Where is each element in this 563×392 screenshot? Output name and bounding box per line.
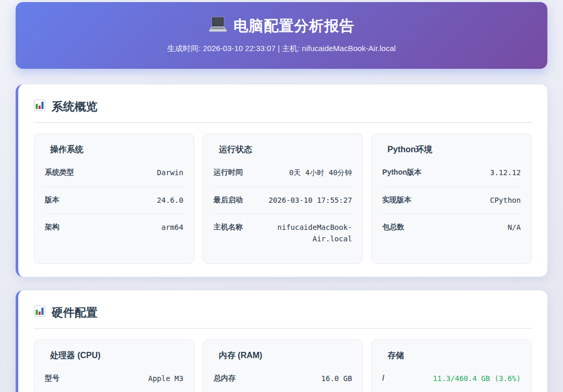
page-title-text: 电脑配置分析报告	[234, 16, 354, 36]
row-value: 0天 4小时 40分钟	[289, 167, 352, 179]
row-value: 3.12.12	[490, 167, 521, 179]
row-value: N/A	[508, 222, 521, 234]
section-title-text: 硬件配置	[52, 305, 97, 321]
row-value: CPython	[490, 195, 521, 206]
section-title: 硬件配置	[34, 305, 532, 329]
row-value: 11.3/460.4 GB (3.6%)	[433, 373, 521, 385]
info-row: 最后启动2026-03-10 17:55:27	[214, 187, 352, 215]
card-grid: 操作系统系统类型Darwin版本24.6.0架构arm64运行状态运行时间0天 …	[34, 133, 532, 264]
row-value: 24.6.0	[157, 195, 183, 206]
info-row: 主机名称nifucaideMacBook-Air.local	[214, 214, 352, 252]
report-header: 电脑配置分析报告 生成时间: 2026-03-10 22:33:07 | 主机:…	[16, 2, 547, 69]
row-label: 主机名称	[214, 222, 243, 232]
info-card: 存储/11.3/460.4 GB (3.6%)	[371, 339, 532, 392]
info-card: 运行状态运行时间0天 4小时 40分钟最后启动2026-03-10 17:55:…	[203, 133, 363, 264]
row-label: /	[382, 373, 384, 382]
card-title: Python环境	[382, 144, 521, 155]
row-value: 2026-03-10 17:55:27	[268, 195, 352, 206]
row-label: 系统类型	[45, 167, 74, 177]
row-value: Darwin	[157, 167, 183, 179]
info-row: /11.3/460.4 GB (3.6%)	[382, 365, 521, 392]
card-title-text: 操作系统	[50, 144, 83, 155]
card-title-text: 存储	[387, 350, 404, 361]
info-row: 架构arm64	[45, 214, 183, 241]
laptop-icon	[209, 17, 227, 36]
row-label: 版本	[45, 195, 59, 205]
row-label: 实现版本	[382, 195, 411, 205]
section-hardware-config: 硬件配置处理器 (CPU)型号Apple M3内存 (RAM)总内存16.0 G…	[16, 290, 547, 392]
card-title: 内存 (RAM)	[214, 350, 352, 361]
row-label: Python版本	[382, 167, 421, 177]
section-system-overview: 系统概览操作系统系统类型Darwin版本24.6.0架构arm64运行状态运行时…	[16, 84, 547, 277]
info-row: 系统类型Darwin	[45, 160, 183, 187]
report-body: 系统概览操作系统系统类型Darwin版本24.6.0架构arm64运行状态运行时…	[16, 84, 547, 392]
info-card: 操作系统系统类型Darwin版本24.6.0架构arm64	[34, 133, 194, 264]
info-card: 处理器 (CPU)型号Apple M3	[34, 339, 194, 392]
row-value: nifucaideMacBook-Air.local	[263, 222, 352, 244]
row-label: 最后启动	[214, 195, 243, 205]
info-row: 型号Apple M3	[45, 365, 183, 392]
card-grid: 处理器 (CPU)型号Apple M3内存 (RAM)总内存16.0 GB存储/…	[34, 339, 532, 392]
row-value: arm64	[162, 222, 183, 234]
info-row: 总内存16.0 GB	[214, 365, 352, 392]
info-row: 实现版本CPython	[382, 187, 521, 215]
bar-chart-icon	[34, 305, 45, 320]
info-row: 运行时间0天 4小时 40分钟	[214, 160, 352, 187]
row-value: Apple M3	[148, 373, 183, 385]
card-title: 操作系统	[45, 144, 183, 155]
bar-chart-icon	[34, 100, 45, 114]
row-label: 运行时间	[214, 167, 243, 177]
page-title: 电脑配置分析报告	[26, 16, 537, 36]
row-label: 包总数	[382, 222, 404, 232]
info-row: Python版本3.12.12	[382, 160, 521, 187]
row-label: 总内存	[214, 373, 236, 383]
row-label: 型号	[45, 373, 59, 383]
card-title-text: Python环境	[387, 144, 432, 155]
card-title-text: 处理器 (CPU)	[50, 350, 101, 361]
info-card: Python环境Python版本3.12.12实现版本CPython包总数N/A	[371, 133, 532, 264]
card-title: 运行状态	[214, 144, 352, 155]
info-card: 内存 (RAM)总内存16.0 GB	[203, 339, 363, 392]
report-meta: 生成时间: 2026-03-10 22:33:07 | 主机: nifucaid…	[26, 44, 537, 54]
section-title: 系统概览	[34, 99, 532, 123]
row-label: 架构	[45, 222, 59, 232]
info-row: 包总数N/A	[382, 214, 521, 241]
card-title: 存储	[382, 350, 521, 361]
section-title-text: 系统概览	[52, 99, 97, 115]
card-title: 处理器 (CPU)	[45, 350, 183, 361]
card-title-text: 内存 (RAM)	[219, 350, 263, 361]
row-value: 16.0 GB	[321, 373, 352, 385]
info-row: 版本24.6.0	[45, 187, 183, 215]
card-title-text: 运行状态	[219, 144, 252, 155]
report-page: 电脑配置分析报告 生成时间: 2026-03-10 22:33:07 | 主机:…	[0, 0, 563, 392]
